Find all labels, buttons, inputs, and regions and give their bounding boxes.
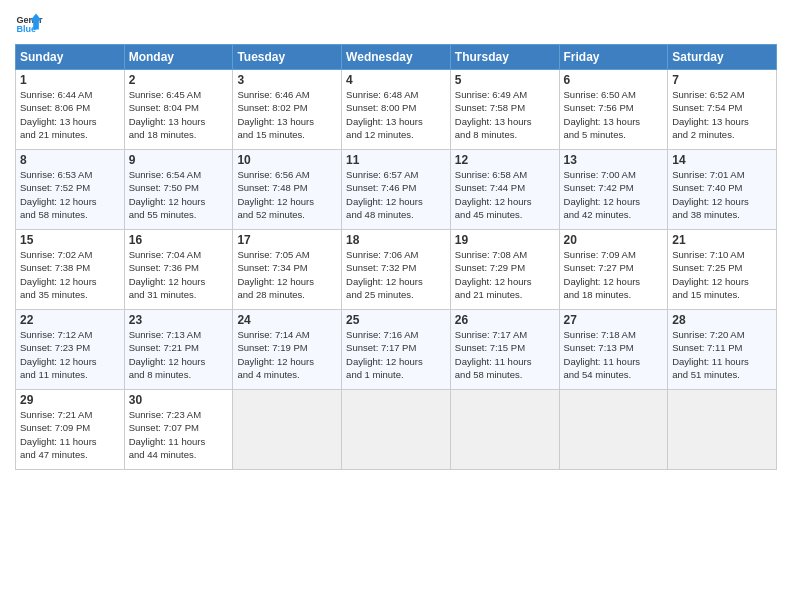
svg-text:Blue: Blue (16, 24, 36, 34)
day-number: 16 (129, 233, 229, 247)
calendar-cell: 21Sunrise: 7:10 AMSunset: 7:25 PMDayligh… (668, 230, 777, 310)
calendar-cell (668, 390, 777, 470)
calendar-cell: 24Sunrise: 7:14 AMSunset: 7:19 PMDayligh… (233, 310, 342, 390)
header-sunday: Sunday (16, 45, 125, 70)
day-number: 30 (129, 393, 229, 407)
calendar-cell: 17Sunrise: 7:05 AMSunset: 7:34 PMDayligh… (233, 230, 342, 310)
day-number: 28 (672, 313, 772, 327)
day-info: Sunrise: 7:04 AMSunset: 7:36 PMDaylight:… (129, 248, 229, 301)
day-info: Sunrise: 7:00 AMSunset: 7:42 PMDaylight:… (564, 168, 664, 221)
header-monday: Monday (124, 45, 233, 70)
header-friday: Friday (559, 45, 668, 70)
day-info: Sunrise: 7:01 AMSunset: 7:40 PMDaylight:… (672, 168, 772, 221)
day-number: 18 (346, 233, 446, 247)
day-info: Sunrise: 6:56 AMSunset: 7:48 PMDaylight:… (237, 168, 337, 221)
calendar-cell: 29Sunrise: 7:21 AMSunset: 7:09 PMDayligh… (16, 390, 125, 470)
calendar-cell: 30Sunrise: 7:23 AMSunset: 7:07 PMDayligh… (124, 390, 233, 470)
day-info: Sunrise: 7:18 AMSunset: 7:13 PMDaylight:… (564, 328, 664, 381)
calendar-cell: 2Sunrise: 6:45 AMSunset: 8:04 PMDaylight… (124, 70, 233, 150)
day-number: 9 (129, 153, 229, 167)
logo: General Blue (15, 10, 43, 38)
day-info: Sunrise: 6:48 AMSunset: 8:00 PMDaylight:… (346, 88, 446, 141)
calendar-cell (233, 390, 342, 470)
day-info: Sunrise: 6:54 AMSunset: 7:50 PMDaylight:… (129, 168, 229, 221)
day-info: Sunrise: 7:20 AMSunset: 7:11 PMDaylight:… (672, 328, 772, 381)
day-info: Sunrise: 6:45 AMSunset: 8:04 PMDaylight:… (129, 88, 229, 141)
day-number: 22 (20, 313, 120, 327)
calendar-cell: 4Sunrise: 6:48 AMSunset: 8:00 PMDaylight… (342, 70, 451, 150)
calendar-cell: 6Sunrise: 6:50 AMSunset: 7:56 PMDaylight… (559, 70, 668, 150)
day-info: Sunrise: 6:44 AMSunset: 8:06 PMDaylight:… (20, 88, 120, 141)
calendar-cell: 9Sunrise: 6:54 AMSunset: 7:50 PMDaylight… (124, 150, 233, 230)
day-info: Sunrise: 6:52 AMSunset: 7:54 PMDaylight:… (672, 88, 772, 141)
calendar-cell: 1Sunrise: 6:44 AMSunset: 8:06 PMDaylight… (16, 70, 125, 150)
calendar-cell: 11Sunrise: 6:57 AMSunset: 7:46 PMDayligh… (342, 150, 451, 230)
day-number: 10 (237, 153, 337, 167)
day-number: 12 (455, 153, 555, 167)
calendar-cell: 5Sunrise: 6:49 AMSunset: 7:58 PMDaylight… (450, 70, 559, 150)
calendar-cell (450, 390, 559, 470)
day-info: Sunrise: 7:12 AMSunset: 7:23 PMDaylight:… (20, 328, 120, 381)
day-number: 11 (346, 153, 446, 167)
day-number: 2 (129, 73, 229, 87)
calendar-cell: 27Sunrise: 7:18 AMSunset: 7:13 PMDayligh… (559, 310, 668, 390)
day-info: Sunrise: 7:17 AMSunset: 7:15 PMDaylight:… (455, 328, 555, 381)
header-tuesday: Tuesday (233, 45, 342, 70)
page-header: General Blue (15, 10, 777, 38)
calendar-cell: 28Sunrise: 7:20 AMSunset: 7:11 PMDayligh… (668, 310, 777, 390)
day-number: 3 (237, 73, 337, 87)
day-number: 24 (237, 313, 337, 327)
day-info: Sunrise: 7:09 AMSunset: 7:27 PMDaylight:… (564, 248, 664, 301)
day-number: 27 (564, 313, 664, 327)
logo-icon: General Blue (15, 10, 43, 38)
day-info: Sunrise: 6:46 AMSunset: 8:02 PMDaylight:… (237, 88, 337, 141)
day-number: 5 (455, 73, 555, 87)
day-info: Sunrise: 7:13 AMSunset: 7:21 PMDaylight:… (129, 328, 229, 381)
calendar-cell (559, 390, 668, 470)
day-info: Sunrise: 6:50 AMSunset: 7:56 PMDaylight:… (564, 88, 664, 141)
day-number: 19 (455, 233, 555, 247)
day-number: 26 (455, 313, 555, 327)
day-number: 7 (672, 73, 772, 87)
day-number: 8 (20, 153, 120, 167)
day-info: Sunrise: 6:49 AMSunset: 7:58 PMDaylight:… (455, 88, 555, 141)
calendar-cell (342, 390, 451, 470)
day-number: 14 (672, 153, 772, 167)
calendar-cell: 20Sunrise: 7:09 AMSunset: 7:27 PMDayligh… (559, 230, 668, 310)
day-number: 21 (672, 233, 772, 247)
day-info: Sunrise: 7:14 AMSunset: 7:19 PMDaylight:… (237, 328, 337, 381)
day-number: 25 (346, 313, 446, 327)
calendar-cell: 22Sunrise: 7:12 AMSunset: 7:23 PMDayligh… (16, 310, 125, 390)
calendar-cell: 23Sunrise: 7:13 AMSunset: 7:21 PMDayligh… (124, 310, 233, 390)
day-number: 4 (346, 73, 446, 87)
day-info: Sunrise: 7:06 AMSunset: 7:32 PMDaylight:… (346, 248, 446, 301)
header-wednesday: Wednesday (342, 45, 451, 70)
day-info: Sunrise: 7:05 AMSunset: 7:34 PMDaylight:… (237, 248, 337, 301)
day-info: Sunrise: 7:08 AMSunset: 7:29 PMDaylight:… (455, 248, 555, 301)
day-info: Sunrise: 7:02 AMSunset: 7:38 PMDaylight:… (20, 248, 120, 301)
calendar-cell: 10Sunrise: 6:56 AMSunset: 7:48 PMDayligh… (233, 150, 342, 230)
day-info: Sunrise: 7:16 AMSunset: 7:17 PMDaylight:… (346, 328, 446, 381)
day-info: Sunrise: 7:21 AMSunset: 7:09 PMDaylight:… (20, 408, 120, 461)
calendar-cell: 26Sunrise: 7:17 AMSunset: 7:15 PMDayligh… (450, 310, 559, 390)
day-info: Sunrise: 6:53 AMSunset: 7:52 PMDaylight:… (20, 168, 120, 221)
day-number: 15 (20, 233, 120, 247)
calendar-cell: 13Sunrise: 7:00 AMSunset: 7:42 PMDayligh… (559, 150, 668, 230)
day-number: 6 (564, 73, 664, 87)
day-info: Sunrise: 7:23 AMSunset: 7:07 PMDaylight:… (129, 408, 229, 461)
calendar-cell: 16Sunrise: 7:04 AMSunset: 7:36 PMDayligh… (124, 230, 233, 310)
calendar-cell: 15Sunrise: 7:02 AMSunset: 7:38 PMDayligh… (16, 230, 125, 310)
calendar-cell: 18Sunrise: 7:06 AMSunset: 7:32 PMDayligh… (342, 230, 451, 310)
calendar-table: Sunday Monday Tuesday Wednesday Thursday… (15, 44, 777, 470)
calendar-cell: 12Sunrise: 6:58 AMSunset: 7:44 PMDayligh… (450, 150, 559, 230)
day-info: Sunrise: 6:58 AMSunset: 7:44 PMDaylight:… (455, 168, 555, 221)
calendar-cell: 19Sunrise: 7:08 AMSunset: 7:29 PMDayligh… (450, 230, 559, 310)
header-saturday: Saturday (668, 45, 777, 70)
header-thursday: Thursday (450, 45, 559, 70)
calendar-cell: 8Sunrise: 6:53 AMSunset: 7:52 PMDaylight… (16, 150, 125, 230)
day-number: 29 (20, 393, 120, 407)
day-number: 23 (129, 313, 229, 327)
day-number: 20 (564, 233, 664, 247)
calendar-cell: 14Sunrise: 7:01 AMSunset: 7:40 PMDayligh… (668, 150, 777, 230)
calendar-cell: 3Sunrise: 6:46 AMSunset: 8:02 PMDaylight… (233, 70, 342, 150)
